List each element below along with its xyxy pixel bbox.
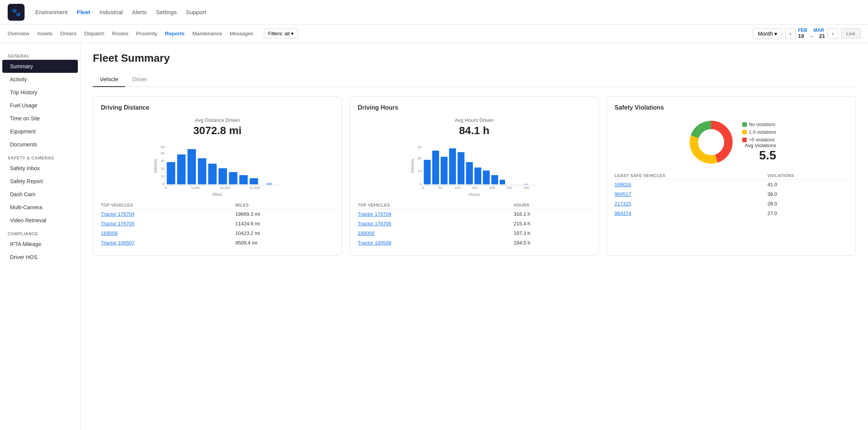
svg-text:20: 20 [417, 156, 421, 160]
date-prev-button[interactable]: ‹ [785, 28, 796, 39]
sidebar-item-safety-inbox[interactable]: Safety Inbox [2, 162, 78, 175]
subnav-proximity[interactable]: Proximity [136, 31, 158, 36]
top-nav-links: Environment Fleet Industrial Alerts Sett… [35, 9, 206, 15]
filter-chevron-icon: ▾ [291, 31, 294, 36]
svg-text:40: 40 [161, 151, 165, 155]
sidebar-item-multi-camera[interactable]: Multi-Camera [2, 201, 78, 214]
sidebar-item-trip-history[interactable]: Trip History [2, 86, 78, 99]
vehicle-link[interactable]: 169009 [101, 230, 117, 236]
date-from-month: FEB [798, 28, 807, 33]
svg-text:10,000: 10,000 [220, 186, 231, 189]
sidebar-item-activity[interactable]: Activity [2, 73, 78, 86]
svg-text:100: 100 [455, 186, 460, 189]
subnav-routes[interactable]: Routes [112, 31, 128, 36]
month-select-button[interactable]: Month ▾ [753, 28, 782, 39]
table-row: Tractor 176705 11424.6 mi [101, 219, 334, 228]
tab-vehicle[interactable]: Vehicle [93, 72, 125, 87]
vehicle-link[interactable]: Tractor 100507 [101, 240, 135, 246]
date-range: FEB MAR 19 – 21 [798, 28, 825, 39]
vehicle-link[interactable]: 217325 [614, 201, 631, 207]
date-from-day: 19 [798, 33, 804, 39]
live-button[interactable]: Live [841, 28, 860, 39]
nav-industrial[interactable]: Industrial [99, 9, 123, 15]
vehicle-link[interactable]: 169016 [614, 182, 631, 187]
date-to-day: 21 [819, 33, 825, 39]
sidebar-item-documents[interactable]: Documents [2, 138, 78, 151]
svg-rect-8 [177, 154, 186, 184]
sidebar-item-driver-hos[interactable]: Driver HOS [2, 251, 78, 264]
sidebar-item-dash-cam[interactable]: Dash Cam [2, 188, 78, 201]
subnav-drivers[interactable]: Drivers [60, 31, 77, 36]
miles-value: 9509.4 mi [236, 238, 334, 248]
svg-rect-9 [188, 149, 196, 184]
sidebar-item-time-on-site[interactable]: Time on Site [2, 112, 78, 125]
nav-fleet[interactable]: Fleet [77, 9, 90, 15]
page-title: Fleet Summary [93, 52, 856, 64]
date-dash: – [810, 33, 813, 39]
nav-alerts[interactable]: Alerts [132, 9, 147, 15]
vehicle-link[interactable]: Tractor 176704 [101, 211, 135, 217]
vehicle-link[interactable]: 964374 [614, 210, 631, 216]
tab-bar: Vehicle Driver [93, 72, 856, 87]
table-row: 964374 27.0 [614, 208, 848, 218]
top-nav: 🐾 Environment Fleet Industrial Alerts Se… [0, 0, 868, 25]
hours-value: 316.1 h [514, 209, 591, 219]
svg-text:20: 20 [161, 167, 165, 171]
main-content: Fleet Summary Vehicle Driver Driving Dis… [81, 43, 868, 430]
svg-rect-12 [219, 168, 227, 184]
subnav-dispatch[interactable]: Dispatch [84, 31, 105, 36]
sidebar-item-ifta-mileage[interactable]: IFTA Mileage [2, 238, 78, 251]
subnav-messages[interactable]: Messages [230, 31, 254, 36]
legend-no-violations: No violations [742, 122, 776, 127]
sidebar-item-safety-report[interactable]: Safety Report [2, 175, 78, 188]
driving-hours-chart: Vehicles 0 10 20 30 [358, 143, 591, 189]
svg-text:Vehicles: Vehicles [153, 159, 158, 173]
svg-text:Vehicles: Vehicles [410, 159, 414, 173]
svg-rect-36 [499, 180, 505, 184]
driving-hours-title: Driving Hours [358, 104, 591, 111]
vehicle-link[interactable]: Tractor 176705 [101, 221, 135, 226]
legend-label-red: >5 violations [749, 137, 775, 143]
svg-text:150: 150 [472, 186, 478, 189]
avg-violations-label: Avg Violations [745, 143, 776, 148]
svg-text:50: 50 [161, 145, 165, 149]
svg-text:5,000: 5,000 [191, 186, 200, 189]
violations-legend: No violations 1-5 violations >5 violatio… [742, 122, 776, 143]
col-violations: VIOLATIONS [768, 172, 848, 180]
vehicle-link[interactable]: Tractor 176704 [358, 211, 392, 217]
nav-support[interactable]: Support [186, 9, 206, 15]
table-row: 984517 39.0 [614, 189, 848, 199]
vehicle-link[interactable]: Tractor 176705 [358, 221, 392, 226]
table-row: Tractor 100507 9509.4 mi [101, 238, 334, 248]
sidebar-item-fuel-usage[interactable]: Fuel Usage [2, 99, 78, 112]
nav-settings[interactable]: Settings [156, 9, 176, 15]
safety-violations-title: Safety Violations [614, 104, 848, 111]
svg-text:250: 250 [506, 186, 512, 189]
table-row: 169009 197.3 h [358, 228, 591, 238]
vehicle-link[interactable]: 984517 [614, 191, 631, 197]
svg-rect-10 [198, 158, 206, 184]
vehicle-link[interactable]: 169009 [358, 230, 374, 236]
sidebar-item-summary[interactable]: Summary [2, 60, 78, 73]
sidebar-item-equipment[interactable]: Equipment [2, 125, 78, 138]
tab-driver[interactable]: Driver [125, 72, 154, 87]
col-miles-dd: MILES [236, 201, 334, 209]
subnav-overview[interactable]: Overview [8, 31, 29, 36]
filter-label: Filters: all [268, 31, 290, 36]
driving-distance-card: Driving Distance Avg Distance Driven 307… [93, 96, 342, 256]
violations-right: No violations 1-5 violations >5 violatio… [742, 122, 776, 162]
violation-count: 39.0 [768, 189, 848, 199]
nav-environment[interactable]: Environment [35, 9, 68, 15]
table-row: Tractor 176704 316.1 h [358, 209, 591, 219]
date-next-button[interactable]: › [827, 28, 838, 39]
vehicle-link[interactable]: Tractor 100508 [358, 240, 392, 246]
svg-rect-29 [440, 157, 447, 184]
filter-button[interactable]: Filters: all ▾ [264, 29, 298, 38]
avg-distance-label: Avg Distance Driven [101, 117, 334, 123]
driving-hours-x-label: Hours [358, 192, 591, 197]
sidebar-item-video-retrieval[interactable]: Video Retrieval [2, 214, 78, 227]
subnav-assets[interactable]: Assets [37, 31, 53, 36]
subnav-reports[interactable]: Reports [165, 31, 184, 36]
svg-text:50: 50 [438, 186, 442, 189]
subnav-maintenance[interactable]: Maintenance [192, 31, 222, 36]
